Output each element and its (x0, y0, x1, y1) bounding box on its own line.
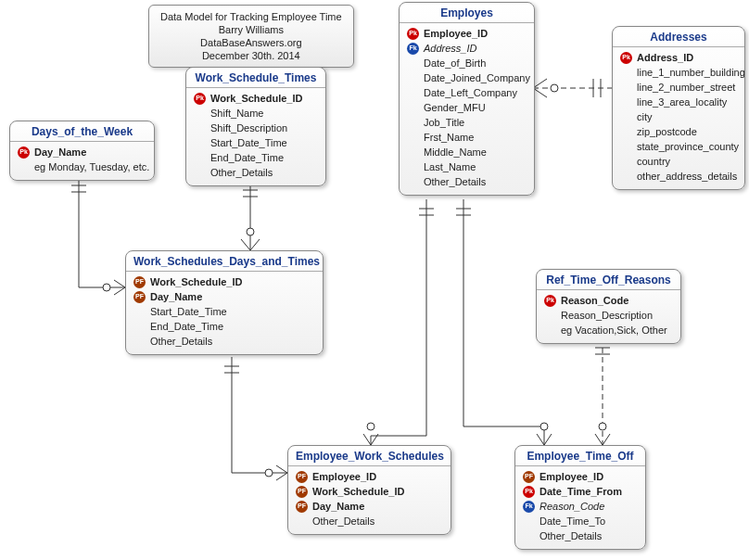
attribute-name: Frst_Name (424, 130, 474, 145)
attribute-name: Day_Name (150, 289, 202, 304)
pf-icon: PF (133, 291, 146, 303)
attribute-row: Start_Date_Time (133, 304, 315, 319)
attribute-name: Start_Date_Time (210, 135, 287, 150)
attribute-row: zip_postcode (620, 124, 737, 139)
attribute-row: line_1_number_building (620, 65, 737, 80)
attribute-name: Work_Schedule_ID (150, 274, 242, 289)
attribute-row: Frst_Name (407, 130, 527, 145)
attribute-name: eg Vacation,Sick, Other (561, 323, 667, 337)
attribute-name: city (637, 109, 653, 124)
attribute-name: Reason_Code (561, 293, 628, 308)
attribute-name: Date_Left_Company (424, 85, 517, 100)
blank-key (407, 176, 419, 188)
attribute-name: Other_Details (150, 334, 212, 349)
blank-key (407, 132, 419, 144)
attribute-name: line_3_area_locality (637, 95, 727, 109)
blank-key (407, 57, 419, 70)
attribute-name: line_2_number_street (637, 80, 735, 95)
fk-icon: Fk (523, 501, 535, 513)
svg-line-40 (544, 434, 552, 445)
entity-body: PkWork_Schedule_IDShift_NameShift_Descri… (186, 88, 325, 185)
attribute-row: country (620, 154, 737, 169)
svg-line-17 (114, 287, 125, 295)
blank-key (407, 117, 419, 129)
pk-icon: Pk (18, 146, 30, 159)
attribute-row: Gender_MFU (407, 100, 527, 115)
attribute-name: Date_Time_From (540, 484, 622, 499)
pf-icon: PF (296, 471, 308, 483)
blank-key (620, 82, 632, 94)
attribute-name: End_Date_Time (210, 150, 284, 165)
entity-title: Addresses (613, 27, 744, 47)
attribute-name: state_province_county (637, 139, 739, 154)
attribute-row: Date_of_Birth (407, 56, 527, 70)
attribute-row: PFEmployee_ID (296, 469, 443, 484)
svg-point-25 (265, 469, 273, 477)
attribute-row: Other_Details (296, 514, 443, 528)
attribute-name: Start_Date_Time (150, 304, 227, 319)
attribute-name: eg Monday, Tuesday, etc. (34, 159, 149, 174)
attribute-name: Middle_Name (424, 145, 487, 159)
entity-addresses: Addresses PkAddress_IDline_1_number_buil… (612, 26, 745, 190)
attribute-name: Last_Name (424, 159, 476, 174)
info-line: Barry Williams (160, 23, 342, 36)
attribute-name: Other_Details (540, 528, 602, 543)
attribute-row: PkWork_Schedule_ID (194, 91, 318, 106)
attribute-row: Other_Details (523, 528, 638, 543)
attribute-name: zip_postcode (637, 124, 697, 139)
blank-key (194, 152, 206, 164)
attribute-row: eg Vacation,Sick, Other (544, 323, 673, 337)
entity-title: Employes (400, 3, 534, 23)
blank-key (407, 87, 419, 99)
entity-title: Days_of_the_Week (10, 121, 154, 142)
svg-point-41 (540, 423, 548, 430)
attribute-row: Date_Joined_Company (407, 70, 527, 85)
attribute-row: PFEmployee_ID (523, 469, 638, 484)
blank-key (620, 96, 632, 108)
svg-line-1 (533, 79, 547, 88)
pf-icon: PF (296, 486, 308, 498)
attribute-row: Reason_Description (544, 308, 673, 323)
attribute-row: Other_Details (407, 174, 527, 189)
attribute-row: Last_Name (407, 159, 527, 174)
attribute-name: Shift_Name (210, 106, 263, 121)
attribute-name: Other_Details (210, 165, 273, 180)
pk-icon: Pk (523, 486, 535, 498)
attribute-row: PkEmployee_ID (407, 26, 527, 41)
attribute-name: Employee_ID (424, 26, 488, 41)
attribute-name: Reason_Code (540, 499, 604, 514)
blank-key (620, 171, 632, 183)
svg-line-39 (537, 434, 544, 445)
attribute-name: End_Date_Time (150, 319, 223, 334)
attribute-row: Other_Details (133, 334, 315, 349)
blank-key (620, 141, 632, 153)
attribute-row: Job_Title (407, 115, 527, 130)
attribute-name: Address_ID (637, 50, 693, 65)
attribute-name: Work_Schedule_ID (312, 484, 404, 499)
attribute-name: Date_Time_To (540, 514, 605, 528)
blank-key (620, 67, 632, 79)
entity-body: PkAddress_IDline_1_number_buildingline_2… (613, 47, 744, 189)
attribute-row: Middle_Name (407, 145, 527, 159)
svg-line-23 (276, 465, 287, 473)
attribute-name: Day_Name (312, 499, 364, 514)
blank-key (296, 515, 308, 528)
entity-title: Ref_Time_Off_Reasons (537, 270, 680, 290)
attribute-name: Employee_ID (312, 469, 376, 484)
blank-key (133, 306, 146, 318)
attribute-row: Date_Time_To (523, 514, 638, 528)
attribute-row: Shift_Name (194, 106, 318, 121)
pf-icon: PF (296, 501, 308, 513)
attribute-row: End_Date_Time (133, 319, 315, 334)
svg-line-2 (533, 88, 547, 97)
attribute-row: PFWork_Schedule_ID (133, 274, 315, 289)
blank-key (407, 102, 419, 114)
attribute-row: PkReason_Code (544, 293, 673, 308)
blank-key (194, 122, 206, 134)
entity-work-schedules-days-times: Work_Schedules_Days_and_Times PFWork_Sch… (125, 250, 324, 355)
svg-line-10 (250, 239, 260, 250)
svg-line-16 (114, 280, 125, 287)
blank-key (194, 108, 206, 120)
attribute-name: Address_ID (424, 41, 476, 56)
blank-key (407, 161, 419, 173)
